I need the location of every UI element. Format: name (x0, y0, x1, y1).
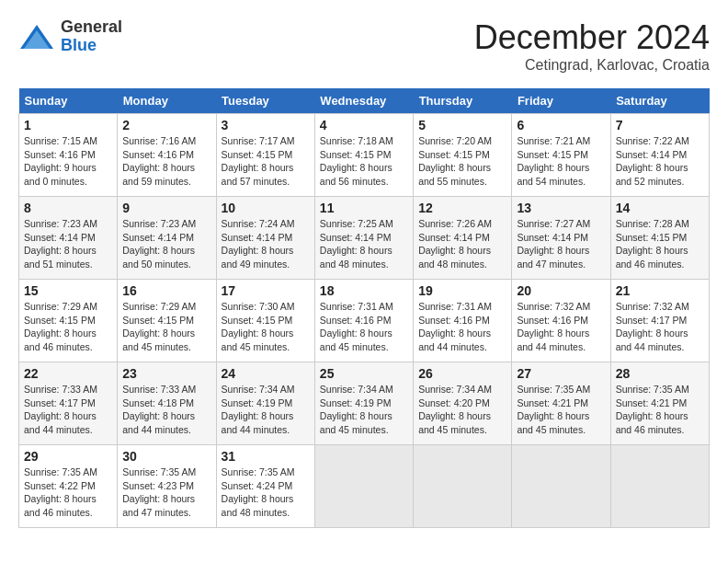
day-number: 19 (418, 283, 506, 298)
day-cell: 21Sunrise: 7:32 AMSunset: 4:17 PMDayligh… (610, 280, 709, 362)
day-number: 27 (517, 366, 605, 381)
week-row-2: 8Sunrise: 7:23 AMSunset: 4:14 PMDaylight… (19, 197, 710, 280)
day-info: Sunrise: 7:28 AMSunset: 4:15 PMDaylight:… (616, 217, 704, 271)
day-cell: 18Sunrise: 7:31 AMSunset: 4:16 PMDayligh… (314, 280, 413, 362)
day-cell: 22Sunrise: 7:33 AMSunset: 4:17 PMDayligh… (19, 362, 118, 445)
day-cell: 29Sunrise: 7:35 AMSunset: 4:22 PMDayligh… (19, 445, 118, 528)
logo-text: General Blue (61, 18, 122, 55)
day-info: Sunrise: 7:24 AMSunset: 4:14 PMDaylight:… (222, 217, 310, 271)
day-info: Sunrise: 7:30 AMSunset: 4:15 PMDaylight:… (222, 300, 310, 354)
day-number: 18 (320, 283, 408, 298)
day-info: Sunrise: 7:33 AMSunset: 4:18 PMDaylight:… (122, 383, 210, 437)
day-cell: 1Sunrise: 7:15 AMSunset: 4:16 PMDaylight… (19, 114, 118, 197)
day-number: 6 (517, 118, 605, 132)
day-cell: 17Sunrise: 7:30 AMSunset: 4:15 PMDayligh… (216, 280, 314, 362)
header-friday: Friday (512, 88, 610, 114)
week-row-5: 29Sunrise: 7:35 AMSunset: 4:22 PMDayligh… (19, 445, 710, 528)
day-cell: 6Sunrise: 7:21 AMSunset: 4:15 PMDaylight… (512, 114, 610, 197)
month-title: December 2024 (474, 18, 710, 57)
day-cell: 25Sunrise: 7:34 AMSunset: 4:19 PMDayligh… (314, 362, 413, 445)
day-number: 7 (616, 118, 704, 132)
day-info: Sunrise: 7:26 AMSunset: 4:14 PMDaylight:… (418, 217, 506, 271)
day-cell: 12Sunrise: 7:26 AMSunset: 4:14 PMDayligh… (414, 197, 512, 280)
day-cell: 2Sunrise: 7:16 AMSunset: 4:16 PMDaylight… (118, 114, 216, 197)
day-cell: 31Sunrise: 7:35 AMSunset: 4:24 PMDayligh… (216, 445, 314, 528)
week-row-4: 22Sunrise: 7:33 AMSunset: 4:17 PMDayligh… (19, 362, 710, 445)
header-saturday: Saturday (610, 88, 709, 114)
day-info: Sunrise: 7:35 AMSunset: 4:21 PMDaylight:… (517, 383, 605, 437)
day-info: Sunrise: 7:17 AMSunset: 4:15 PMDaylight:… (222, 134, 310, 189)
day-info: Sunrise: 7:35 AMSunset: 4:24 PMDaylight:… (222, 465, 310, 520)
day-number: 30 (122, 449, 210, 464)
day-info: Sunrise: 7:32 AMSunset: 4:16 PMDaylight:… (517, 300, 605, 354)
day-number: 16 (122, 283, 210, 298)
day-info: Sunrise: 7:27 AMSunset: 4:14 PMDaylight:… (517, 217, 605, 271)
day-number: 14 (616, 201, 704, 215)
logo-general: General (61, 18, 122, 37)
day-cell: 20Sunrise: 7:32 AMSunset: 4:16 PMDayligh… (512, 280, 610, 362)
day-info: Sunrise: 7:29 AMSunset: 4:15 PMDaylight:… (24, 300, 112, 354)
day-info: Sunrise: 7:34 AMSunset: 4:19 PMDaylight:… (222, 383, 310, 437)
day-number: 5 (418, 118, 506, 132)
day-cell: 5Sunrise: 7:20 AMSunset: 4:15 PMDaylight… (414, 114, 512, 197)
day-info: Sunrise: 7:22 AMSunset: 4:14 PMDaylight:… (616, 134, 704, 189)
day-number: 25 (320, 366, 408, 381)
day-number: 2 (122, 118, 210, 132)
day-number: 21 (616, 283, 704, 298)
day-number: 24 (222, 366, 310, 381)
week-row-3: 15Sunrise: 7:29 AMSunset: 4:15 PMDayligh… (19, 280, 710, 362)
day-cell: 3Sunrise: 7:17 AMSunset: 4:15 PMDaylight… (216, 114, 314, 197)
day-info: Sunrise: 7:23 AMSunset: 4:14 PMDaylight:… (24, 217, 112, 271)
logo: General Blue (18, 18, 122, 55)
day-number: 10 (222, 201, 310, 215)
day-cell: 4Sunrise: 7:18 AMSunset: 4:15 PMDaylight… (314, 114, 413, 197)
day-info: Sunrise: 7:31 AMSunset: 4:16 PMDaylight:… (418, 300, 506, 354)
header-tuesday: Tuesday (216, 88, 314, 114)
day-cell: 9Sunrise: 7:23 AMSunset: 4:14 PMDaylight… (118, 197, 216, 280)
day-number: 23 (122, 366, 210, 381)
day-number: 12 (418, 201, 506, 215)
day-number: 11 (320, 201, 408, 215)
day-number: 28 (616, 366, 704, 381)
header-monday: Monday (118, 88, 216, 114)
header-sunday: Sunday (19, 88, 118, 114)
day-info: Sunrise: 7:33 AMSunset: 4:17 PMDaylight:… (24, 383, 112, 437)
day-info: Sunrise: 7:35 AMSunset: 4:21 PMDaylight:… (616, 383, 704, 437)
day-info: Sunrise: 7:35 AMSunset: 4:22 PMDaylight:… (24, 465, 112, 520)
calendar-header-row: SundayMondayTuesdayWednesdayThursdayFrid… (19, 88, 710, 114)
day-cell: 10Sunrise: 7:24 AMSunset: 4:14 PMDayligh… (216, 197, 314, 280)
day-number: 15 (24, 283, 112, 298)
day-cell (512, 445, 610, 528)
day-number: 20 (517, 283, 605, 298)
day-cell: 23Sunrise: 7:33 AMSunset: 4:18 PMDayligh… (118, 362, 216, 445)
title-area: December 2024 Cetingrad, Karlovac, Croat… (474, 18, 710, 74)
week-row-1: 1Sunrise: 7:15 AMSunset: 4:16 PMDaylight… (19, 114, 710, 197)
day-cell: 19Sunrise: 7:31 AMSunset: 4:16 PMDayligh… (414, 280, 512, 362)
day-info: Sunrise: 7:31 AMSunset: 4:16 PMDaylight:… (320, 300, 408, 354)
day-info: Sunrise: 7:23 AMSunset: 4:14 PMDaylight:… (122, 217, 210, 271)
day-info: Sunrise: 7:25 AMSunset: 4:14 PMDaylight:… (320, 217, 408, 271)
day-number: 31 (222, 449, 310, 464)
day-number: 22 (24, 366, 112, 381)
day-cell (414, 445, 512, 528)
day-cell: 26Sunrise: 7:34 AMSunset: 4:20 PMDayligh… (414, 362, 512, 445)
day-cell: 24Sunrise: 7:34 AMSunset: 4:19 PMDayligh… (216, 362, 314, 445)
day-cell (610, 445, 709, 528)
day-cell: 30Sunrise: 7:35 AMSunset: 4:23 PMDayligh… (118, 445, 216, 528)
day-info: Sunrise: 7:32 AMSunset: 4:17 PMDaylight:… (616, 300, 704, 354)
header-wednesday: Wednesday (314, 88, 413, 114)
day-cell (314, 445, 413, 528)
day-number: 8 (24, 201, 112, 215)
day-info: Sunrise: 7:21 AMSunset: 4:15 PMDaylight:… (517, 134, 605, 189)
day-number: 1 (24, 118, 112, 132)
day-cell: 14Sunrise: 7:28 AMSunset: 4:15 PMDayligh… (610, 197, 709, 280)
day-number: 9 (122, 201, 210, 215)
day-number: 26 (418, 366, 506, 381)
day-cell: 16Sunrise: 7:29 AMSunset: 4:15 PMDayligh… (118, 280, 216, 362)
day-cell: 7Sunrise: 7:22 AMSunset: 4:14 PMDaylight… (610, 114, 709, 197)
day-number: 13 (517, 201, 605, 215)
page-header: General Blue December 2024 Cetingrad, Ka… (18, 18, 710, 74)
day-info: Sunrise: 7:34 AMSunset: 4:19 PMDaylight:… (320, 383, 408, 437)
calendar-table: SundayMondayTuesdayWednesdayThursdayFrid… (18, 88, 710, 528)
day-cell: 11Sunrise: 7:25 AMSunset: 4:14 PMDayligh… (314, 197, 413, 280)
